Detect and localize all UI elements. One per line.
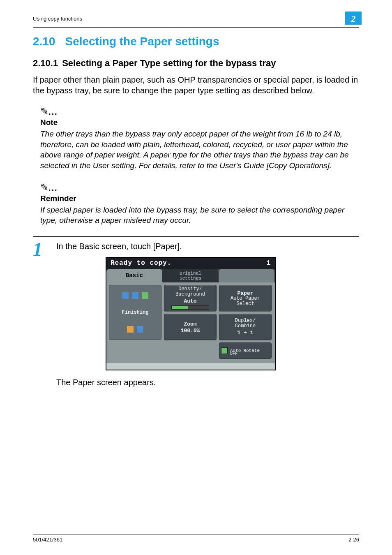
chapter-badge: 2 [345, 12, 362, 25]
btn-zoom-value: 100.0% [165, 328, 215, 333]
section-number: 2.10 [33, 35, 55, 48]
intro-paragraph: If paper other than plain paper, such as… [33, 74, 359, 96]
ellipsis-icon: ... [48, 183, 58, 192]
running-header: Using copy functions [33, 16, 82, 22]
footer-rule [33, 534, 359, 534]
subsection-title: 2.10.1Selecting a Paper Type setting for… [33, 58, 359, 69]
tab-original-settings[interactable]: Original Settings [163, 269, 219, 282]
page: Using copy functions 2 2.10Selecting the… [0, 0, 392, 555]
lcd-status-text: Ready to copy. [111, 259, 171, 267]
reminder-icon-row: ✎... [40, 182, 359, 193]
page-header: Using copy functions 2 [33, 15, 359, 25]
ellipsis-icon: ... [48, 107, 58, 116]
sort-icon [127, 326, 134, 333]
step-result: The Paper screen appears. [56, 378, 359, 387]
finishing-icons-bottom [127, 326, 143, 333]
finishing-icons-top [122, 292, 148, 299]
subsection-number: 2.10.1 [33, 58, 58, 68]
step-instruction: In the Basic screen, touch [Paper]. [56, 242, 359, 251]
btn-auto-rotate[interactable]: Auto Rotate OFF [219, 342, 272, 359]
section-title: 2.10Selecting the Paper settings [33, 35, 359, 48]
btn-density-title: Density/ Background [165, 287, 215, 297]
pencil-icon: ✎ [40, 106, 48, 117]
tab-original-line2: Settings [163, 276, 219, 281]
section-heading-text: Selecting the Paper settings [65, 35, 219, 48]
tab-blank [219, 269, 275, 282]
lcd-copy-count: 1 [266, 259, 271, 267]
printer-lcd-panel: Ready to copy. 1 Basic Original Settings… [106, 257, 276, 370]
autorotate-l2: OFF [230, 352, 238, 356]
staple-icon [132, 292, 138, 299]
panel-finishing[interactable]: Finishing [109, 285, 161, 340]
tab-original-line1: Original [163, 271, 219, 276]
btn-duplex-combine[interactable]: Duplex/ Combine 1 ➜ 1 [219, 314, 272, 340]
note-body: The other trays than the bypass tray onl… [40, 129, 359, 171]
reminder-label: Reminder [40, 194, 359, 203]
step-content: In the Basic screen, touch [Paper]. Read… [56, 242, 359, 387]
reminder-block: ✎... Reminder If special paper is loaded… [40, 182, 359, 226]
tab-basic[interactable]: Basic [106, 269, 163, 282]
reminder-body: If special paper is loaded into the bypa… [40, 205, 359, 226]
recycle-icon [142, 292, 148, 299]
rotate-icon [221, 347, 228, 354]
autorotate-l3: Rotate [243, 348, 260, 353]
btn-paper[interactable]: Paper Auto Paper Select [219, 285, 272, 311]
note-label: Note [40, 118, 359, 127]
lcd-bottom-bar [106, 363, 275, 370]
step-divider [33, 236, 359, 237]
btn-zoom[interactable]: Zoom 100.0% [164, 314, 217, 340]
note-block: ✎... Note The other trays than the bypas… [40, 106, 359, 171]
density-gauge-icon [171, 305, 209, 310]
paper-icon [122, 292, 129, 299]
btn-zoom-title: Zoom [165, 321, 215, 327]
group-icon [137, 326, 143, 333]
step-1: 1 In the Basic screen, touch [Paper]. Re… [33, 242, 359, 387]
lcd-status-bar: Ready to copy. 1 [106, 258, 275, 269]
note-icon-row: ✎... [40, 106, 359, 117]
btn-density-value: Auto [165, 298, 215, 304]
header-rule [33, 27, 359, 28]
btn-density-background[interactable]: Density/ Background Auto [164, 285, 217, 311]
btn-duplex-title: Duplex/ Combine [220, 318, 270, 329]
subsection-heading-text: Selecting a Paper Type setting for the b… [62, 58, 276, 68]
footer-right: 2-26 [348, 536, 359, 543]
lcd-body: Density/ Background Auto Paper Auto Pape… [106, 282, 275, 363]
lcd-tabs: Basic Original Settings [106, 269, 275, 282]
step-number: 1 [33, 240, 42, 259]
pencil-icon: ✎ [40, 182, 48, 193]
btn-paper-title: Paper [220, 291, 270, 296]
btn-duplex-value: 1 ➜ 1 [220, 330, 270, 335]
finishing-label: Finishing [122, 310, 149, 315]
btn-paper-value: Auto Paper Select [220, 296, 270, 307]
footer-left: 501/421/361 [33, 536, 62, 543]
